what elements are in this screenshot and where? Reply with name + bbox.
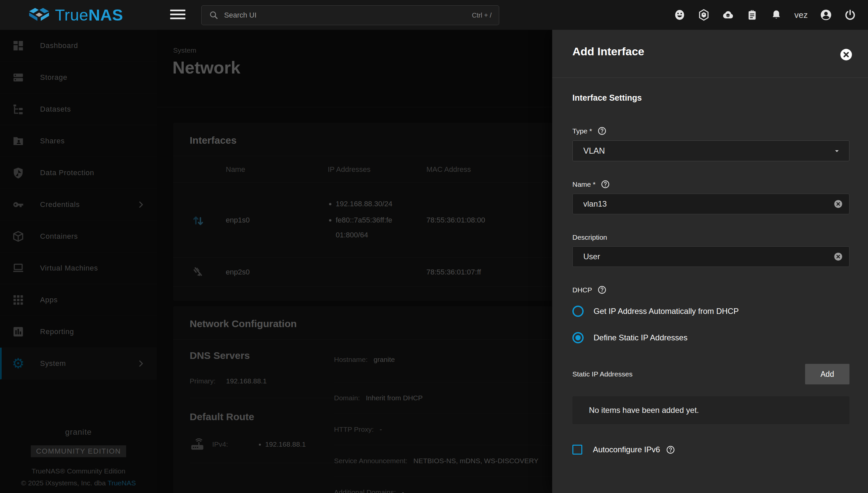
top-bar: TrueNAS Ctrl + /	[0, 0, 868, 30]
type-field-label: Type *	[572, 127, 592, 135]
autoconfigure-ipv6-option[interactable]: Autoconfigure IPv6	[572, 445, 849, 455]
checkbox-icon	[572, 445, 582, 455]
type-select[interactable]: VLAN	[572, 141, 849, 161]
dhcp-label: DHCP	[572, 286, 592, 294]
checkbox-label: Autoconfigure IPv6	[593, 445, 660, 454]
topbar-icon-group: vez	[674, 0, 856, 30]
name-input-wrap	[572, 194, 849, 214]
radio-static-ip[interactable]: Define Static IP Addresses	[572, 332, 849, 343]
radio-icon	[572, 306, 584, 317]
username-label: vez	[795, 10, 808, 20]
jobs-clipboard-icon[interactable]	[746, 9, 758, 21]
truecommand-icon[interactable]	[698, 9, 710, 21]
clear-input-icon[interactable]	[833, 252, 843, 261]
divider	[552, 78, 868, 78]
help-icon[interactable]	[601, 180, 610, 189]
radio-label: Get IP Address Automatically from DHCP	[593, 306, 739, 316]
truenas-logo: TrueNAS	[28, 5, 123, 25]
name-input[interactable]	[583, 199, 833, 209]
panel-body: Interface Settings Type * VLAN Name * De…	[552, 93, 868, 455]
add-static-ip-button[interactable]: Add	[805, 364, 849, 384]
search-shortcut-hint: Ctrl + /	[472, 12, 492, 19]
close-icon[interactable]	[840, 48, 852, 61]
type-select-value: VLAN	[583, 146, 832, 156]
truenas-app: TrueNAS Ctrl + /	[0, 0, 868, 493]
alerts-bell-icon[interactable]	[771, 9, 782, 21]
menu-hamburger-icon[interactable]	[170, 9, 186, 21]
panel-header: Add Interface	[552, 30, 868, 78]
panel-title: Add Interface	[572, 45, 644, 58]
radio-icon	[572, 332, 584, 343]
global-search: Ctrl + /	[201, 5, 499, 25]
description-field-label: Description	[572, 233, 607, 241]
add-interface-panel: Add Interface Interface Settings Type * …	[552, 30, 868, 493]
truenas-logo-icon	[28, 5, 50, 24]
search-input[interactable]	[224, 11, 472, 20]
radio-dhcp-automatic[interactable]: Get IP Address Automatically from DHCP	[572, 306, 849, 317]
static-ip-empty-message: No items have been added yet.	[572, 396, 849, 424]
radio-label: Define Static IP Addresses	[593, 333, 688, 342]
modal-backdrop[interactable]	[0, 30, 552, 493]
description-input[interactable]	[583, 252, 833, 261]
static-ip-addresses-label: Static IP Addresses	[572, 370, 633, 378]
caret-down-icon	[832, 147, 841, 155]
truenas-connect-cloud-icon[interactable]	[722, 9, 734, 21]
logo-text: TrueNAS	[55, 6, 123, 24]
name-field-label: Name *	[572, 180, 595, 188]
feedback-smiley-icon[interactable]	[674, 9, 686, 21]
search-icon	[209, 10, 219, 20]
clear-input-icon[interactable]	[833, 199, 843, 209]
power-icon[interactable]	[844, 9, 856, 21]
help-icon[interactable]	[666, 445, 675, 454]
description-input-wrap	[572, 246, 849, 267]
interface-settings-heading: Interface Settings	[572, 93, 849, 103]
help-icon[interactable]	[598, 285, 606, 294]
user-avatar-icon[interactable]	[820, 9, 832, 21]
help-icon[interactable]	[598, 127, 606, 135]
